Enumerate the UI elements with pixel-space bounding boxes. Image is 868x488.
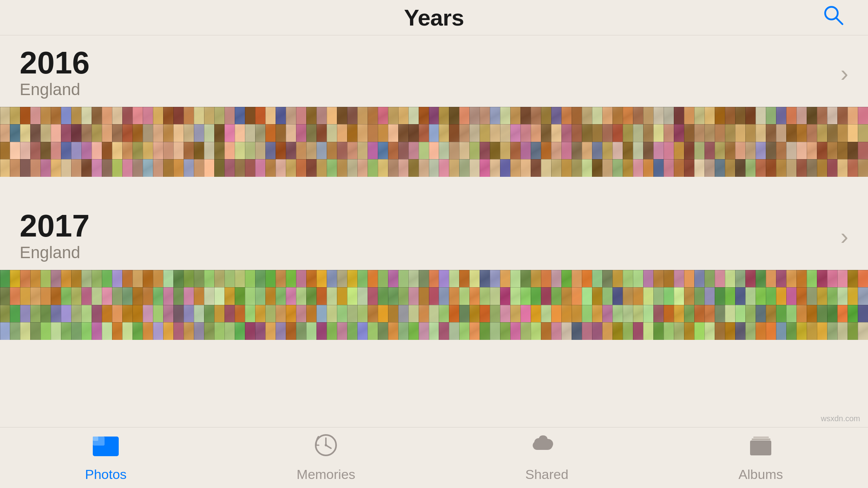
section-spacer (0, 177, 868, 198)
shared-icon (531, 433, 563, 463)
svg-rect-4 (93, 437, 98, 441)
year-section-2016: 2016 England › (0, 35, 868, 177)
albums-label: Albums (738, 467, 783, 482)
year-info-2016: 2016 England (20, 47, 90, 99)
chevron-right-2017: › (840, 223, 848, 250)
bottom-nav: Photos Memories Shared (0, 427, 868, 488)
memories-icon (312, 433, 340, 463)
photos-label: Photos (85, 467, 127, 482)
chevron-right-2016: › (840, 60, 848, 87)
header: Years (0, 0, 868, 35)
year-location-2017: England (20, 243, 90, 262)
watermark: wsxdn.com (821, 414, 860, 423)
nav-item-photos[interactable]: Photos (85, 433, 127, 482)
page-title: Years (404, 4, 464, 31)
svg-rect-9 (753, 437, 769, 438)
year-info-2017: 2017 England (20, 210, 90, 262)
shared-label: Shared (525, 467, 568, 482)
svg-rect-8 (752, 438, 771, 440)
svg-point-6 (325, 444, 327, 446)
photos-icon (92, 433, 120, 463)
nav-item-memories[interactable]: Memories (297, 433, 355, 482)
year-header-2016[interactable]: 2016 England › (0, 35, 868, 107)
year-number-2016: 2016 (20, 47, 90, 79)
svg-line-1 (836, 18, 842, 24)
memories-label: Memories (297, 467, 355, 482)
photo-strip-2017[interactable] (0, 270, 868, 340)
search-button[interactable] (823, 4, 844, 31)
nav-item-albums[interactable]: Albums (738, 433, 783, 482)
albums-icon (747, 433, 774, 463)
year-section-2017: 2017 England › (0, 198, 868, 340)
svg-rect-7 (750, 440, 771, 455)
nav-item-shared[interactable]: Shared (525, 433, 568, 482)
year-location-2016: England (20, 80, 90, 99)
photo-strip-2016[interactable] (0, 107, 868, 177)
year-header-2017[interactable]: 2017 England › (0, 198, 868, 270)
year-number-2017: 2017 (20, 210, 90, 242)
